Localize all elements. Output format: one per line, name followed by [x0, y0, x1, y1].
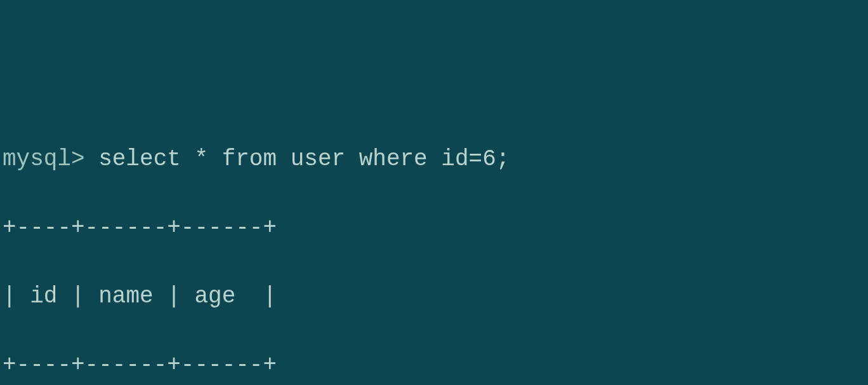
terminal-line-1: mysql> select * from user where id=6;	[3, 142, 865, 177]
sql-query-select: select * from user where id=6;	[98, 146, 510, 172]
mysql-prompt: mysql>	[3, 146, 98, 172]
table-header-row: | id | name | age |	[3, 280, 865, 314]
table-border-mid: +----+------+------+	[3, 348, 865, 382]
table-border-top: +----+------+------+	[3, 211, 865, 245]
